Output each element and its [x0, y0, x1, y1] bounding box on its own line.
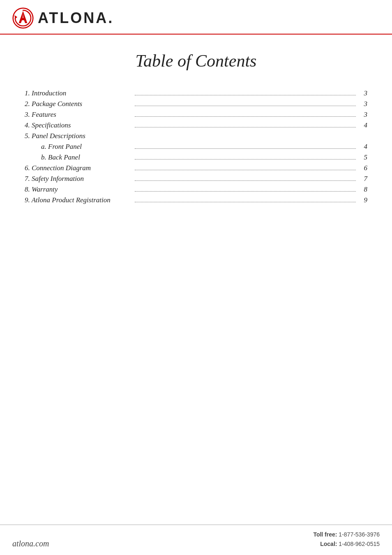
- footer-website: atlona.com: [12, 539, 49, 548]
- toc-label: 9. Atlona Product Registration: [25, 196, 131, 204]
- main-content: Table of Contents 1. Introduction32. Pac…: [0, 35, 392, 248]
- toc-row: 2. Package Contents3: [25, 100, 367, 108]
- toc-row: 1. Introduction3: [25, 89, 367, 97]
- toc-label: a. Front Panel: [25, 143, 131, 151]
- toc-label: 1. Introduction: [25, 89, 131, 97]
- toc-label: 7. Safety Information: [25, 175, 131, 183]
- toc-page: 9: [359, 196, 367, 204]
- toll-free-line: Toll free: 1-877-536-3976: [313, 530, 380, 539]
- toc-label: 2. Package Contents: [25, 100, 131, 108]
- toc-page: 4: [359, 143, 367, 151]
- footer-contact: Toll free: 1-877-536-3976 Local: 1-408-9…: [313, 530, 380, 548]
- toc-page: 5: [359, 153, 367, 162]
- toc-row: 5. Panel Descriptions: [25, 132, 367, 140]
- toc-dots: [135, 116, 356, 117]
- toc-row: 9. Atlona Product Registration9: [25, 196, 367, 204]
- toc-label: 6. Connection Diagram: [25, 164, 131, 172]
- toc-row: 8. Warranty8: [25, 185, 367, 194]
- toc-dots: [135, 159, 356, 160]
- toc-label: 5. Panel Descriptions: [25, 132, 131, 140]
- toc-dots: [135, 202, 356, 202]
- atlona-logo-icon: [12, 7, 34, 29]
- page-title: Table of Contents: [25, 51, 367, 71]
- toc-label: 4. Specifications: [25, 121, 131, 130]
- toc-row: b. Back Panel5: [25, 153, 367, 162]
- local-line: Local: 1-408-962-0515: [313, 539, 380, 548]
- toc-dots: [135, 106, 356, 106]
- toc-label: 8. Warranty: [25, 185, 131, 194]
- toc-page: 6: [359, 164, 367, 172]
- toc-dots: [135, 138, 356, 138]
- toc-row: a. Front Panel4: [25, 143, 367, 151]
- toc-row: 3. Features3: [25, 111, 367, 119]
- logo-container: ATLONA.: [12, 7, 114, 29]
- toc-dots: [135, 191, 356, 192]
- logo-text: ATLONA.: [38, 9, 114, 27]
- toc-page: 3: [359, 89, 367, 97]
- toc-label: b. Back Panel: [25, 153, 131, 162]
- toc-dots: [135, 180, 356, 181]
- toc-dots: [135, 170, 356, 170]
- page-header: ATLONA.: [0, 0, 392, 35]
- toc-container: 1. Introduction32. Package Contents33. F…: [25, 89, 367, 204]
- toc-page: 4: [359, 121, 367, 130]
- toc-row: 7. Safety Information7: [25, 175, 367, 183]
- toc-row: 4. Specifications4: [25, 121, 367, 130]
- toc-dots: [135, 95, 356, 95]
- toc-page: 3: [359, 111, 367, 119]
- toc-page: 3: [359, 100, 367, 108]
- toc-row: 6. Connection Diagram6: [25, 164, 367, 172]
- toc-page: 7: [359, 175, 367, 183]
- toc-page: 8: [359, 185, 367, 194]
- page-footer: atlona.com Toll free: 1-877-536-3976 Loc…: [0, 525, 392, 555]
- toc-dots: [135, 127, 356, 127]
- toc-label: 3. Features: [25, 111, 131, 119]
- toc-dots: [135, 148, 356, 149]
